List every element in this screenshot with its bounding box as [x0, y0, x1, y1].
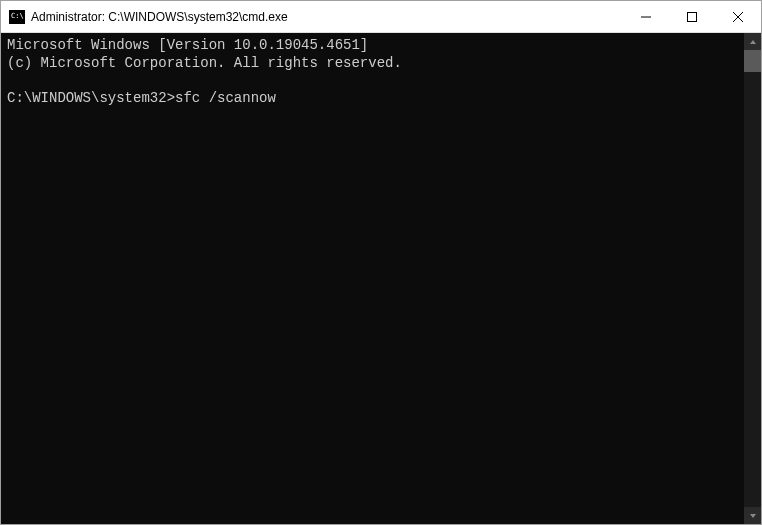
chevron-down-icon: [749, 512, 757, 520]
prompt: C:\WINDOWS\system32>: [7, 90, 175, 106]
cmd-icon: [9, 10, 25, 24]
command-input[interactable]: sfc /scannow: [175, 90, 276, 106]
close-button[interactable]: [715, 1, 761, 32]
maximize-icon: [687, 12, 697, 22]
scroll-up-button[interactable]: [744, 33, 761, 50]
scroll-track[interactable]: [744, 50, 761, 507]
minimize-icon: [641, 12, 651, 22]
terminal-output[interactable]: Microsoft Windows [Version 10.0.19045.46…: [1, 33, 744, 524]
maximize-button[interactable]: [669, 1, 715, 32]
copyright-line: (c) Microsoft Corporation. All rights re…: [7, 55, 402, 71]
window-title: Administrator: C:\WINDOWS\system32\cmd.e…: [31, 10, 623, 24]
chevron-up-icon: [749, 38, 757, 46]
scroll-thumb[interactable]: [744, 50, 761, 72]
window-controls: [623, 1, 761, 32]
scroll-down-button[interactable]: [744, 507, 761, 524]
vertical-scrollbar[interactable]: [744, 33, 761, 524]
svg-rect-1: [688, 12, 697, 21]
titlebar[interactable]: Administrator: C:\WINDOWS\system32\cmd.e…: [1, 1, 761, 33]
terminal-container: Microsoft Windows [Version 10.0.19045.46…: [1, 33, 761, 524]
close-icon: [733, 12, 743, 22]
cmd-window: Administrator: C:\WINDOWS\system32\cmd.e…: [0, 0, 762, 525]
minimize-button[interactable]: [623, 1, 669, 32]
version-line: Microsoft Windows [Version 10.0.19045.46…: [7, 37, 368, 53]
